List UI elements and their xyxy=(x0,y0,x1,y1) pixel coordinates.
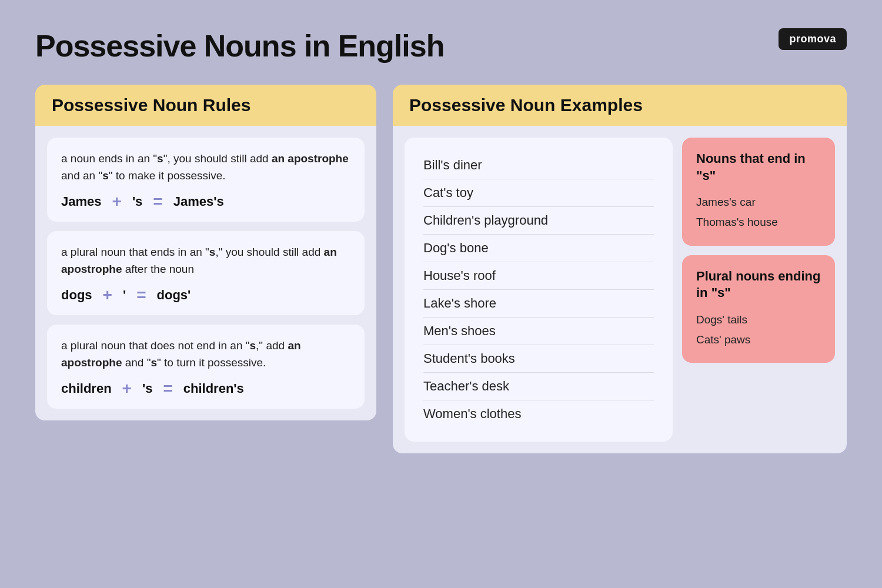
rule2-formula: dogs + ' = dogs' xyxy=(61,286,350,305)
rule-card-2: a plural noun that ends in an "s," you s… xyxy=(47,231,365,315)
list-item: Cat's toy xyxy=(423,179,654,207)
rule1-plus: + xyxy=(112,192,122,211)
two-column-layout: Possessive Noun Rules a noun ends in an … xyxy=(35,85,847,453)
rule2-text: a plural noun that ends in an "s," you s… xyxy=(61,244,350,278)
examples-area: Bill's dinerCat's toyChildren's playgrou… xyxy=(393,126,847,453)
sub-card-1-title: Nouns that end in "s" xyxy=(696,151,821,184)
examples-list: Bill's dinerCat's toyChildren's playgrou… xyxy=(423,152,654,427)
list-item: Dog's bone xyxy=(423,235,654,262)
list-item: Bill's diner xyxy=(423,152,654,179)
header-row: Possessive Nouns in English promova xyxy=(35,28,847,64)
list-item: House's roof xyxy=(423,262,654,290)
list-item: Children's playground xyxy=(423,207,654,235)
rule1-result: James's xyxy=(173,194,224,209)
rule3-equals: = xyxy=(163,379,172,398)
examples-title: Possessive Noun Examples xyxy=(409,95,830,115)
rule-card-1: a noun ends in an "s", you should still … xyxy=(47,138,365,222)
list-item: Women's clothes xyxy=(423,400,654,427)
right-sub-cards: Nouns that end in "s" James's carThomas'… xyxy=(682,138,835,442)
rule2-word1: dogs xyxy=(61,288,92,303)
sub-card-plural-nouns: Plural nouns ending in "s" Dogs' tailsCa… xyxy=(682,255,835,363)
sub-card-2-examples: Dogs' tailsCats' paws xyxy=(696,310,821,350)
right-column: Possessive Noun Examples Bill's dinerCat… xyxy=(393,85,847,453)
rule2-result: dogs' xyxy=(157,288,191,303)
rule1-word1: James xyxy=(61,194,102,209)
rule3-plus: + xyxy=(122,379,132,398)
rule1-equals: = xyxy=(153,192,162,211)
rules-cards-container: a noun ends in an "s", you should still … xyxy=(35,126,376,420)
left-column: Possessive Noun Rules a noun ends in an … xyxy=(35,85,376,453)
list-item: Men's shoes xyxy=(423,318,654,345)
rule2-word2: ' xyxy=(123,288,126,303)
sub-card-1-examples: James's carThomas's house xyxy=(696,192,821,232)
rules-title: Possessive Noun Rules xyxy=(52,95,360,115)
page-title: Possessive Nouns in English xyxy=(35,28,444,64)
rule-card-3: a plural noun that does not end in an "s… xyxy=(47,325,365,409)
sub-card-2-title: Plural nouns ending in "s" xyxy=(696,268,821,302)
list-item: Teacher's desk xyxy=(423,373,654,400)
page-container: Possessive Nouns in English promova Poss… xyxy=(0,0,882,482)
rule3-result: children's xyxy=(183,381,244,396)
sub-card-nouns-end-s: Nouns that end in "s" James's carThomas'… xyxy=(682,138,835,246)
rule1-text: a noun ends in an "s", you should still … xyxy=(61,151,350,184)
rule3-text: a plural noun that does not end in an "s… xyxy=(61,338,350,371)
rule2-equals: = xyxy=(136,286,146,305)
rule3-word1: children xyxy=(61,381,112,396)
rule1-formula: James + 's = James's xyxy=(61,192,350,211)
list-item: Lake's shore xyxy=(423,290,654,318)
rules-section-header: Possessive Noun Rules xyxy=(35,85,376,126)
promova-badge: promova xyxy=(779,28,847,50)
rule3-formula: children + 's = children's xyxy=(61,379,350,398)
list-item: Student's books xyxy=(423,345,654,373)
rule2-plus: + xyxy=(103,286,112,305)
rule1-word2: 's xyxy=(132,194,142,209)
examples-list-card: Bill's dinerCat's toyChildren's playgrou… xyxy=(405,138,673,442)
rule3-word2: 's xyxy=(142,381,152,396)
examples-section-header: Possessive Noun Examples xyxy=(393,85,847,126)
